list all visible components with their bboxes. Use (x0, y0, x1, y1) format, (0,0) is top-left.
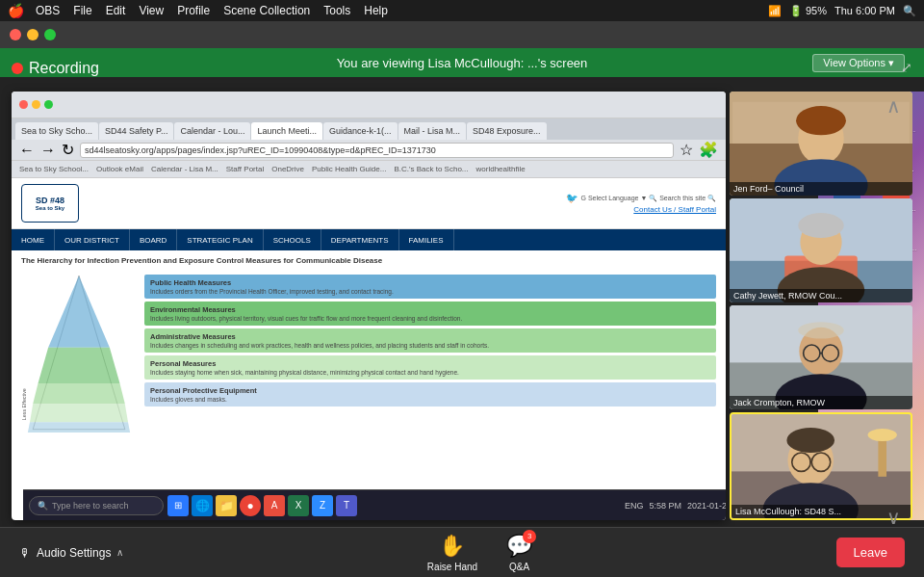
nav-arrow-up[interactable]: ∧ (886, 94, 901, 118)
nav-arrow-down[interactable]: ∨ (886, 506, 901, 529)
svg-point-18 (798, 213, 844, 238)
reload-button[interactable]: ↻ (62, 141, 74, 159)
participant-name-jen: Jen Ford– Council (730, 182, 912, 196)
taskbar-time: 5:58 PM (649, 501, 681, 511)
menu-obs[interactable]: OBS (36, 4, 60, 17)
audio-caret-icon[interactable]: ∧ (116, 547, 123, 558)
participant-name-cathy: Cathy Jewett, RMOW Cou... (730, 289, 912, 302)
search-icon[interactable]: 🔍 (903, 5, 916, 17)
bookmark-5[interactable]: Public Health Guide... (312, 165, 386, 173)
browser-tab-6[interactable]: SD48 Exposure... (467, 122, 547, 140)
browser-tab-4[interactable]: Guidance-k-1(... (323, 122, 398, 140)
pv-wrapper-jen: Jen Ford– Council (730, 92, 912, 196)
taskbar-icon-windows[interactable]: ⊞ (167, 495, 189, 516)
zoom-notification: You are viewing Lisa McCullough: ...'s s… (0, 48, 924, 77)
windows-taskbar: 🔍 Type here to search ⊞ 🌐 📁 ● A X Z T (23, 489, 726, 520)
taskbar-search[interactable]: 🔍 Type here to search (29, 496, 164, 515)
taskbar-icon-teams[interactable]: T (336, 495, 357, 516)
browser-tab-1[interactable]: SD44 Safety P... (99, 122, 173, 140)
bookmark-3[interactable]: Staff Portal (226, 165, 264, 173)
menu-view[interactable]: View (139, 4, 164, 17)
browser-maximize[interactable] (44, 100, 53, 109)
qa-button[interactable]: 💬 3 Q&A (506, 534, 532, 572)
menu-scene-collection[interactable]: Scene Collection (223, 4, 310, 17)
apple-logo[interactable]: 🍎 (8, 3, 24, 18)
browser-tab-5[interactable]: Mail - Lisa M... (398, 122, 467, 140)
hi-desc-1: Includes living outdoors, physical terri… (150, 315, 710, 322)
hierarchy-item-1: Environmental Measures Includes living o… (144, 302, 716, 326)
nav-families[interactable]: FAMILIES (399, 229, 454, 250)
menu-file[interactable]: File (73, 4, 91, 17)
maximize-button[interactable] (44, 29, 56, 40)
taskbar-search-placeholder: Type here to search (52, 501, 129, 511)
obs-content: You are viewing Lisa McCullough: ...'s s… (0, 48, 924, 577)
bookmark-star[interactable]: ☆ (680, 141, 693, 159)
taskbar-icon-zoom[interactable]: Z (312, 495, 333, 516)
participant-video-lisa: Lisa McCullough: SD48 S... (730, 412, 912, 520)
view-options-button[interactable]: View Options ▾ (812, 54, 905, 72)
participant-video-jen: Jen Ford– Council (730, 92, 912, 196)
taskbar-icon-excel[interactable]: X (288, 495, 309, 516)
leave-button[interactable]: Leave (836, 538, 905, 567)
extensions-icon[interactable]: 🧩 (699, 141, 718, 159)
raise-hand-label: Raise Hand (427, 562, 477, 572)
nav-board[interactable]: BOARD (130, 229, 177, 250)
contact-links[interactable]: Contact Us / Staff Portal (633, 205, 716, 214)
forward-button[interactable]: → (40, 142, 56, 159)
taskbar-icon-edge[interactable]: 🌐 (192, 495, 213, 516)
participant-name-lisa: Lisa McCullough: SD48 S... (732, 505, 911, 518)
expand-icon[interactable]: ⤢ (901, 60, 912, 75)
bookmark-4[interactable]: OneDrive (271, 165, 304, 173)
menu-edit[interactable]: Edit (106, 4, 126, 17)
taskbar-icon-chrome[interactable]: ● (240, 495, 261, 516)
taskbar-icon-files[interactable]: 📁 (216, 495, 237, 516)
participant-name-jack: Jack Crompton, RMOW (730, 396, 912, 409)
address-bar[interactable]: sd44lseatosky.org/apps/pages/index.jsp?u… (80, 143, 674, 158)
pv-wrapper-lisa: Lisa McCullough: SD48 S... (732, 414, 911, 518)
minimize-button[interactable] (27, 29, 38, 40)
browser-chrome (12, 92, 726, 118)
site-logo: SD #48 Sea to Sky (21, 184, 79, 223)
menubar-right: 📶 🔋 95% Thu 6:00 PM 🔍 (768, 5, 916, 17)
bookmark-0[interactable]: Sea to Sky School... (19, 165, 89, 173)
svg-point-36 (786, 428, 834, 453)
hierarchy-title: The Hierarchy for Infection Prevention a… (21, 256, 716, 265)
nav-strategic-plan[interactable]: STRATEGIC PLAN (177, 229, 263, 250)
menu-help[interactable]: Help (364, 4, 388, 17)
google-translate: G Select Language ▼ 🔍 Search this site 🔍 (581, 195, 717, 202)
menu-profile[interactable]: Profile (177, 4, 210, 17)
raise-hand-button[interactable]: ✋ Raise Hand (427, 534, 477, 572)
back-button[interactable]: ← (19, 142, 35, 159)
bookmark-1[interactable]: Outlook eMail (96, 165, 143, 173)
mac-menubar: 🍎 OBS File Edit View Profile Scene Colle… (0, 0, 924, 21)
hi-desc-4: Includes gloves and masks. (150, 396, 710, 403)
bottom-center-tools: ✋ Raise Hand 💬 3 Q&A (427, 534, 532, 572)
svg-text:Less Effective: Less Effective (21, 388, 27, 420)
main-content: You are viewing Lisa McCullough: ...'s s… (0, 48, 924, 577)
browser-minimize[interactable] (32, 100, 40, 109)
close-button[interactable] (10, 29, 21, 40)
nav-home[interactable]: HOME (12, 229, 55, 250)
nav-schools[interactable]: SCHOOLS (264, 229, 321, 250)
site-nav: HOME OUR DISTRICT BOARD STRATEGIC PLAN S… (12, 229, 726, 250)
nav-departments[interactable]: DEPARTMENTS (321, 229, 399, 250)
nav-district[interactable]: OUR DISTRICT (55, 229, 130, 250)
browser-tab-0[interactable]: Sea to Sky Scho... (15, 122, 98, 140)
hi-title-1: Environmental Measures (150, 305, 710, 314)
taskbar-icon-acrobat[interactable]: A (264, 495, 285, 516)
browser-close[interactable] (19, 100, 28, 109)
browser-tab-2[interactable]: Calendar - Lou... (174, 122, 250, 140)
browser-traffic-lights (19, 100, 53, 109)
browser-tab-3[interactable]: Launch Meeti... (251, 122, 322, 140)
bookmark-7[interactable]: worldhealthfile (476, 165, 526, 173)
bookmark-6[interactable]: B.C.'s Back to Scho... (394, 165, 468, 173)
participant-avatar-jen (730, 92, 912, 196)
twitter-area: 🐦 G Select Language ▼ 🔍 Search this site… (566, 193, 717, 203)
svg-rect-30 (878, 435, 886, 477)
participant-avatar-cathy (730, 198, 912, 302)
menu-tools[interactable]: Tools (323, 4, 350, 17)
bookmark-2[interactable]: Calendar - Lisa M... (151, 165, 218, 173)
pv-wrapper-cathy: Cathy Jewett, RMOW Cou... (730, 198, 912, 302)
svg-marker-3 (33, 383, 125, 404)
svg-marker-1 (48, 275, 110, 347)
